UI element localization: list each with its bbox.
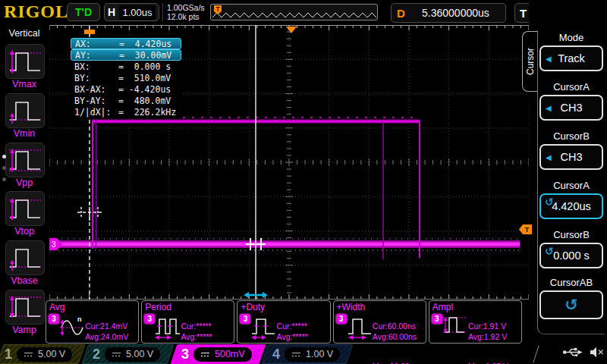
- vamp-button[interactable]: [5, 290, 45, 325]
- readout-row-ax: AX:= 4.420us: [71, 38, 181, 49]
- measurement-pwidth: +Width 3 Cur:60.00nsAvg:60.00ns Max:60.0…: [333, 300, 426, 344]
- channel-4-indicator[interactable]: 4 1.00 V: [265, 344, 350, 364]
- delay-box: D 5.36000000us: [391, 3, 506, 23]
- channel-badge: 3: [144, 314, 155, 324]
- vmin-icon: [8, 96, 42, 125]
- dc-coupling-icon: [112, 351, 121, 358]
- trigger-position-marker[interactable]: [286, 27, 297, 33]
- readout-row-bxax: BX-AX:= -4.420us: [71, 83, 181, 95]
- mode-button[interactable]: ◀ Track: [539, 46, 603, 71]
- readout-row-bx: BX:= 0.000 s: [71, 61, 181, 72]
- cursor-a-position-button[interactable]: ↺ 4.420us: [539, 193, 603, 219]
- left-triangle-icon: ◀: [546, 153, 552, 162]
- preview-wave-svg: [211, 5, 377, 20]
- trigger-status-badge: T'D: [67, 3, 100, 21]
- menu-header-cursor-b-source: CursorB: [539, 130, 604, 142]
- measurement-pduty: +Duty 3 Cur:*****Avg:***** Max:*****Min:…: [237, 300, 330, 344]
- vmax-icon: [8, 47, 42, 76]
- waveform-preview: T: [210, 4, 378, 20]
- vbase-label: Vbase: [0, 275, 49, 286]
- ch3-ground-marker-label: 3: [52, 240, 56, 249]
- cursor-readout-panel: AX:= 4.420us AY:= 30.00mV BX:= 0.000 s B…: [71, 37, 181, 119]
- dc-coupling-icon: [24, 351, 33, 358]
- vamp-icon: [8, 293, 42, 322]
- measurement-ampl: Ampl 3 Cur:1.91 VAvg:1.92 V Max:1.95 VMi…: [429, 300, 522, 344]
- period-icon: [154, 312, 181, 340]
- rigol-logo: RIGOL: [4, 2, 68, 22]
- avg-icon: n: [58, 312, 86, 340]
- left-triangle-icon: ◀: [546, 55, 552, 63]
- page-dot-1: [2, 155, 6, 158]
- channel-badge: 3: [49, 314, 59, 324]
- vpp-label: Vpp: [0, 177, 49, 188]
- page-dot-3: [2, 177, 6, 181]
- measurement-period: Period 3 Cur:*****Avg:***** Max:*****Min…: [141, 300, 234, 344]
- pduty-icon: [250, 312, 277, 340]
- vtop-label: Vtop: [0, 226, 49, 237]
- acquisition-info: 1.00GSa/s 12.0k pts: [162, 3, 205, 21]
- rotate-knob-icon: ↺: [545, 245, 554, 257]
- sidebar-title: Vertical: [0, 28, 49, 39]
- vbase-icon: [8, 243, 42, 272]
- dc-coupling-icon: [291, 351, 301, 358]
- memory-depth: 12.0k pts: [167, 12, 205, 21]
- vamp-label: Vamp: [0, 325, 49, 335]
- page-dot-2: [2, 166, 6, 170]
- trigger-label: T: [520, 7, 527, 20]
- vbase-button[interactable]: [5, 240, 45, 275]
- ampl-icon: [442, 312, 469, 340]
- trigger-status-text: T'D: [75, 6, 92, 18]
- vpp-icon: [8, 146, 42, 174]
- rotate-knob-icon: ↺: [565, 296, 578, 314]
- cursor-a-flag[interactable]: [84, 26, 95, 37]
- channel-badge: 3: [432, 314, 442, 324]
- measurement-avg: Avg 3 n Cur:21.4mVAvg:24.0mV Max:31.5mVM…: [46, 300, 139, 344]
- vmax-label: Vmax: [0, 79, 49, 89]
- delay-value: 5.36000000us: [411, 7, 500, 19]
- menu-header-cursor-ab: CursorAB: [539, 277, 604, 288]
- cursor-ab-button[interactable]: ↺: [539, 290, 603, 319]
- timebase-value: 1.00us: [119, 5, 156, 20]
- channel-badge: 3: [336, 314, 347, 324]
- measurement-bar: Avg 3 n Cur:21.4mVAvg:24.0mV Max:31.5mVM…: [46, 300, 522, 344]
- channel-1-indicator[interactable]: 1 5.00 V: [0, 344, 82, 364]
- vmax-button[interactable]: [5, 44, 45, 79]
- channel-badge: 3: [240, 314, 250, 324]
- menu-header-cursor-b-pos: CursorB: [539, 229, 604, 240]
- vpp-button[interactable]: [5, 143, 45, 177]
- usb-icon: [562, 347, 583, 358]
- cursor-tab-label: Cursor: [525, 48, 536, 75]
- menu-header-cursor-a-pos: CursorA: [539, 180, 604, 191]
- readout-row-byay: BY-AY:= 480.0mV: [71, 95, 181, 106]
- cursor-a-source-button[interactable]: ◀ CH3: [539, 95, 603, 121]
- oscilloscope-screen: RIGOL T'D H 1.00us 1.00GSa/s 12.0k pts T…: [0, 0, 607, 364]
- cursor-b-position-button[interactable]: ↺ 0.000 s: [539, 243, 603, 268]
- menu-header-mode: Mode: [539, 32, 604, 43]
- sample-rate: 1.00GSa/s: [167, 3, 205, 12]
- vtop-button[interactable]: [5, 191, 45, 226]
- cursor-b-source-button[interactable]: ◀ CH3: [539, 144, 603, 170]
- left-triangle-icon: ◀: [546, 104, 552, 112]
- cursor-menu-sidebar: Cursor Mode ◀ Track CursorA ◀ CH3 Cursor…: [529, 0, 607, 364]
- rotate-knob-icon: ↺: [545, 196, 554, 208]
- readout-row-freq: 1/|dX|:= 226.2kHz: [71, 107, 181, 118]
- dc-coupling-icon: [200, 351, 210, 358]
- channel-2-indicator[interactable]: 2 5.00 V: [85, 344, 171, 364]
- waveform-display: 3: [49, 25, 529, 300]
- menu-header-cursor-a-source: CursorA: [539, 81, 604, 93]
- horizontal-label: H: [108, 6, 115, 18]
- cursor-menu-tab[interactable]: Cursor: [522, 31, 537, 92]
- vmin-button[interactable]: [5, 93, 45, 128]
- channel-3-indicator[interactable]: 3 500mV: [174, 344, 263, 364]
- readout-row-by: BY:= 510.0mV: [71, 72, 181, 83]
- timebase-box: H 1.00us: [104, 3, 159, 21]
- channel-status-bar: 1 5.00 V 2 5.00 V 3: [0, 344, 607, 364]
- svg-text:n: n: [77, 315, 82, 323]
- delay-label: D: [397, 7, 405, 20]
- vmin-label: Vmin: [0, 128, 49, 139]
- vertical-measure-sidebar: Vertical Vmax Vmin: [0, 25, 49, 345]
- speaker-muted-icon: [590, 347, 604, 358]
- pwidth-icon: [346, 312, 373, 340]
- status-icons: [562, 347, 604, 358]
- readout-row-ay: AY:= 30.00mV: [71, 49, 181, 61]
